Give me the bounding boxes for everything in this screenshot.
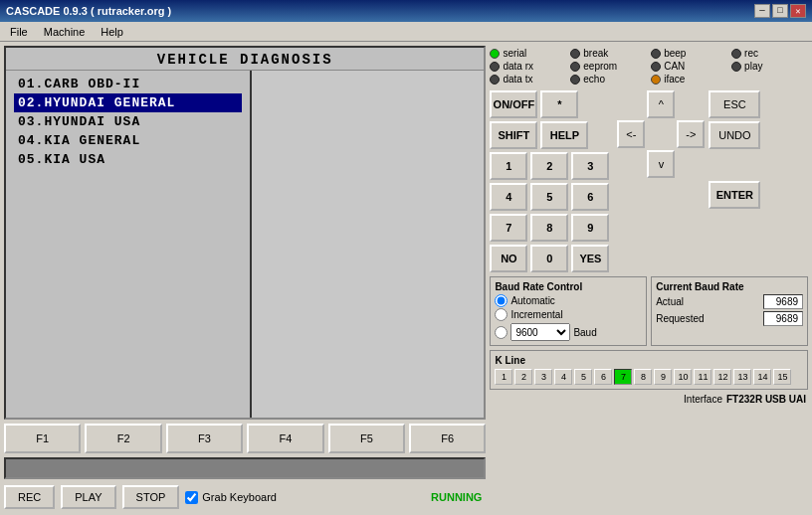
f2-button[interactable]: F2 xyxy=(85,424,161,453)
play-button[interactable]: PLAY xyxy=(61,485,115,509)
menu-help[interactable]: Help xyxy=(95,25,129,39)
manual-baud-radio[interactable] xyxy=(495,326,508,339)
rec-label: rec xyxy=(744,48,758,59)
keypad-row-4: 4 5 6 xyxy=(490,183,609,211)
key-no[interactable]: NO xyxy=(490,245,527,272)
enter-button[interactable]: ENTER xyxy=(709,181,760,209)
keypad-row-3: 1 2 3 xyxy=(490,152,609,180)
baud-select[interactable]: 9600 4800 2400 1200 xyxy=(510,323,570,341)
kline-title: K Line xyxy=(495,355,803,366)
arrow-bot-spacer-left xyxy=(617,150,645,178)
f6-button[interactable]: F6 xyxy=(409,424,486,453)
kline-btn-1[interactable]: 1 xyxy=(495,369,512,385)
arrow-spacer-left xyxy=(617,90,645,118)
datarx-led xyxy=(490,62,500,72)
key-9[interactable]: 9 xyxy=(571,214,609,242)
arrow-container: ^ <- -> v xyxy=(617,90,705,178)
menu-file[interactable]: File xyxy=(4,25,34,39)
kline-btn-11[interactable]: 11 xyxy=(694,369,711,385)
key-4[interactable]: 4 xyxy=(490,183,527,211)
undo-button[interactable]: UNDO xyxy=(709,121,760,149)
f4-button[interactable]: F4 xyxy=(247,424,323,453)
vehicle-item-01[interactable]: 01.CARB OBD-II xyxy=(14,75,242,93)
f3-button[interactable]: F3 xyxy=(166,424,243,453)
arrow-down[interactable]: v xyxy=(647,150,675,178)
kline-btn-5[interactable]: 5 xyxy=(574,369,592,385)
f5-button[interactable]: F5 xyxy=(328,424,405,453)
key-6[interactable]: 6 xyxy=(571,183,609,211)
arrow-spacer-right xyxy=(677,90,705,118)
star-button[interactable]: * xyxy=(540,90,578,118)
current-baud-panel: Current Baud Rate Actual 9689 Requested … xyxy=(651,276,808,346)
actual-label: Actual xyxy=(656,296,684,307)
beep-label: beep xyxy=(664,48,686,59)
rec-indicator: rec xyxy=(731,48,808,59)
bottom-controls: REC PLAY STOP Grab Keyboard RUNNING xyxy=(4,483,486,511)
kline-btn-6[interactable]: 6 xyxy=(594,369,612,385)
datarx-label: data rx xyxy=(503,61,533,72)
esc-button[interactable]: ESC xyxy=(709,90,760,118)
arrow-right[interactable]: -> xyxy=(677,120,705,148)
key-7[interactable]: 7 xyxy=(490,214,527,242)
serial-led xyxy=(490,49,500,59)
arrow-up[interactable]: ^ xyxy=(647,90,675,118)
minimize-button[interactable]: — xyxy=(754,4,770,18)
onoff-button[interactable]: ON/OFF xyxy=(490,90,537,118)
break-led xyxy=(570,49,580,59)
help-button[interactable]: HELP xyxy=(540,121,588,149)
grab-keyboard-input[interactable] xyxy=(185,491,198,504)
vehicle-item-05[interactable]: 05.KIA USA xyxy=(14,150,242,169)
baud-dropdown-row: 9600 4800 2400 1200 Baud xyxy=(495,323,642,341)
auto-radio[interactable] xyxy=(495,294,508,307)
f1-button[interactable]: F1 xyxy=(4,424,81,453)
break-indicator: break xyxy=(570,48,647,59)
kline-btn-8[interactable]: 8 xyxy=(634,369,652,385)
kline-btn-14[interactable]: 14 xyxy=(753,369,771,385)
echo-led xyxy=(570,75,580,85)
key-3[interactable]: 3 xyxy=(571,152,609,180)
can-indicator: CAN xyxy=(651,61,727,72)
key-0[interactable]: 0 xyxy=(530,245,568,272)
window-controls: — □ ✕ xyxy=(754,4,806,18)
arrow-left[interactable]: <- xyxy=(617,120,645,148)
datatx-led xyxy=(490,75,500,85)
beep-led xyxy=(651,49,661,59)
keypad-row-1: ON/OFF * xyxy=(490,90,609,118)
key-yes[interactable]: YES xyxy=(571,245,609,272)
kline-btn-3[interactable]: 3 xyxy=(534,369,552,385)
kline-btn-15[interactable]: 15 xyxy=(773,369,791,385)
kline-btn-12[interactable]: 12 xyxy=(713,369,731,385)
kline-btn-2[interactable]: 2 xyxy=(514,369,532,385)
kline-btn-4[interactable]: 4 xyxy=(554,369,572,385)
vehicle-item-03[interactable]: 03.HYUNDAI USA xyxy=(14,112,242,131)
key-2[interactable]: 2 xyxy=(530,152,568,180)
keypad-row-2: SHIFT HELP xyxy=(490,121,609,149)
close-button[interactable]: ✕ xyxy=(790,4,806,18)
arrow-row-mid: <- -> xyxy=(617,120,705,148)
key-8[interactable]: 8 xyxy=(530,214,568,242)
key-1[interactable]: 1 xyxy=(490,152,527,180)
status-indicators: serial break beep rec data rx eeprom xyxy=(490,46,808,86)
maximize-button[interactable]: □ xyxy=(772,4,788,18)
interface-value: FT232R USB UAI xyxy=(726,394,806,405)
incr-radio[interactable] xyxy=(495,308,508,321)
stop-button[interactable]: STOP xyxy=(122,485,180,509)
auto-radio-row: Automatic xyxy=(495,294,642,307)
key-5[interactable]: 5 xyxy=(530,183,568,211)
kline-btn-10[interactable]: 10 xyxy=(674,369,692,385)
iface-led xyxy=(651,75,661,85)
echo-label: echo xyxy=(583,74,605,85)
kline-btn-9[interactable]: 9 xyxy=(654,369,672,385)
shift-button[interactable]: SHIFT xyxy=(490,121,537,149)
vehicle-item-02[interactable]: 02.HYUNDAI GENERAL xyxy=(14,93,242,112)
right-panel: serial break beep rec data rx eeprom xyxy=(490,46,808,511)
status-bar xyxy=(4,457,486,479)
arrow-center-spacer xyxy=(647,120,675,148)
grab-keyboard-checkbox[interactable]: Grab Keyboard xyxy=(185,491,277,504)
kline-btn-13[interactable]: 13 xyxy=(733,369,751,385)
vehicle-item-04[interactable]: 04.KIA GENERAL xyxy=(14,131,242,150)
menu-machine[interactable]: Machine xyxy=(38,25,92,39)
kline-btn-7[interactable]: 7 xyxy=(614,369,632,385)
rec-button[interactable]: REC xyxy=(4,485,55,509)
interface-label: Interface xyxy=(684,394,722,405)
